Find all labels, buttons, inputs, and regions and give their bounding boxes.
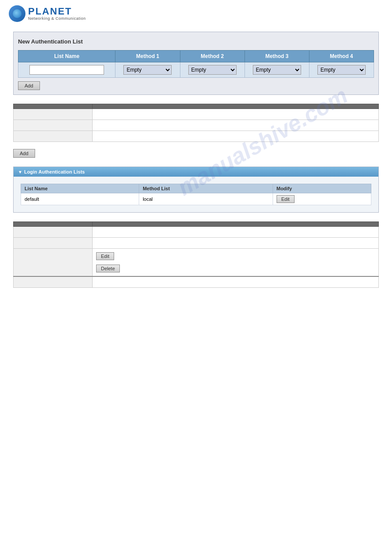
bottom-row2-col2 — [93, 238, 379, 249]
login-col-modify: Modify — [273, 184, 371, 193]
logo: PLANET Networking & Communication — [9, 5, 86, 22]
logo-icon — [9, 5, 25, 22]
logo-text: PLANET Networking & Communication — [28, 7, 86, 21]
bottom-row2 — [14, 238, 379, 249]
login-list-table: List Name Method List Modify default loc… — [21, 184, 371, 205]
standalone-add-button[interactable]: Add — [13, 149, 35, 158]
desc1-row2-col1 — [14, 120, 93, 131]
login-row-modify: Edit — [273, 193, 371, 205]
login-panel-title: Login Authentication Lists — [24, 169, 85, 174]
logo-sub: Networking & Communication — [28, 16, 86, 21]
logo-brand: PLANET — [28, 7, 86, 16]
bottom-delete-button[interactable]: Delete — [96, 265, 120, 272]
main-content: manualshive.com New Authentication List … — [0, 27, 392, 301]
method4-select[interactable]: Empty local radius tacacs — [317, 65, 366, 75]
bottom-edit-button[interactable]: Edit — [96, 252, 114, 260]
method3-select[interactable]: Empty local radius tacacs — [253, 65, 301, 75]
list-name-input[interactable] — [29, 65, 104, 75]
method1-cell: Empty local radius tacacs — [115, 62, 180, 78]
desc1-row2 — [14, 120, 379, 131]
method1-select[interactable]: Empty local radius tacacs — [123, 65, 172, 75]
login-panel-body: List Name Method List Modify default loc… — [14, 177, 378, 212]
bottom-row4-col2 — [93, 276, 379, 288]
bottom-desc-table: Edit Delete — [13, 221, 379, 288]
page-container: manualshive.com New Authentication List … — [13, 32, 379, 297]
header: PLANET Networking & Communication — [0, 0, 392, 27]
login-auth-panel: Login Authentication Lists List Name Met… — [13, 167, 379, 213]
desc1-row1-col2 — [93, 109, 379, 120]
col-method1: Method 1 — [115, 51, 180, 62]
desc1-row3-col1 — [14, 131, 93, 142]
method3-cell: Empty local radius tacacs — [245, 62, 309, 78]
bottom-row1-col1 — [14, 227, 93, 238]
col-method2: Method 2 — [180, 51, 245, 62]
desc1-row1 — [14, 109, 379, 120]
bottom-col2-header — [93, 222, 379, 227]
login-edit-button[interactable]: Edit — [277, 195, 295, 203]
bottom-action-col1 — [14, 249, 93, 277]
desc1-row3 — [14, 131, 379, 142]
login-col-listname: List Name — [21, 184, 139, 193]
panel-add-button[interactable]: Add — [18, 81, 40, 90]
desc1-col2-header — [93, 104, 379, 109]
list-name-cell — [18, 62, 115, 78]
bottom-row1-col2 — [93, 227, 379, 238]
bottom-action-col2: Edit Delete — [93, 249, 379, 277]
bottom-row1 — [14, 227, 379, 238]
bottom-row4-col1 — [14, 276, 93, 288]
desc1-row3-col2 — [93, 131, 379, 142]
login-list-row: default local Edit — [21, 193, 371, 205]
panel-title: New Authentication List — [18, 36, 374, 47]
desc-table-1 — [13, 104, 379, 142]
desc1-col1-header — [14, 104, 93, 109]
bottom-action-row: Edit Delete — [14, 249, 379, 277]
method4-cell: Empty local radius tacacs — [309, 62, 374, 78]
col-list-name: List Name — [18, 51, 115, 62]
login-col-methodlist: Method List — [139, 184, 273, 193]
auth-table: List Name Method 1 Method 2 Method 3 Met… — [18, 50, 374, 78]
login-row-methodlist: local — [139, 193, 273, 205]
bottom-row2-col1 — [14, 238, 93, 249]
method2-cell: Empty local radius tacacs — [180, 62, 245, 78]
bottom-row4 — [14, 276, 379, 288]
login-row-listname: default — [21, 193, 139, 205]
login-panel-header: Login Authentication Lists — [14, 167, 378, 177]
desc1-row1-col1 — [14, 109, 93, 120]
method2-select[interactable]: Empty local radius tacacs — [188, 65, 237, 75]
bottom-col1-header — [14, 222, 93, 227]
new-auth-panel: New Authentication List List Name Method… — [13, 32, 379, 95]
auth-input-row: Empty local radius tacacs Empty local ra… — [18, 62, 374, 78]
col-method4: Method 4 — [309, 51, 374, 62]
desc1-row2-col2 — [93, 120, 379, 131]
col-method3: Method 3 — [245, 51, 309, 62]
